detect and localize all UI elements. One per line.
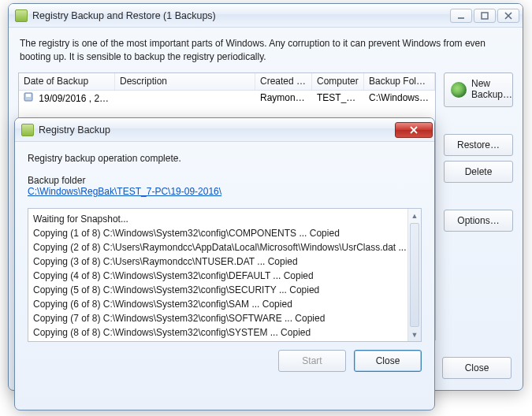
dialog-titlebar[interactable]: Registry Backup — [15, 118, 434, 142]
main-titlebar[interactable]: Registry Backup and Restore (1 Backups) — [9, 4, 523, 28]
minimize-button[interactable] — [450, 9, 472, 23]
dialog-window-controls — [395, 122, 433, 138]
restore-button[interactable]: Restore… — [444, 134, 513, 156]
intro-text: The registry is one of the most importan… — [20, 37, 512, 65]
col-description[interactable]: Description — [115, 73, 255, 90]
disk-icon — [24, 92, 35, 102]
log-line: Waiting for Snapshot... — [33, 212, 403, 226]
cell-description — [115, 91, 255, 106]
window-controls — [450, 9, 519, 23]
cell-computer: TEST_… — [312, 91, 364, 106]
log-line: Copying (8 of 8) C:\Windows\System32\con… — [33, 325, 403, 340]
delete-button[interactable]: Delete — [444, 161, 513, 183]
svg-rect-5 — [26, 94, 31, 97]
app-icon — [15, 9, 28, 22]
options-button[interactable]: Options… — [444, 210, 513, 232]
log-line: Copying (6 of 8) C:\Windows\System32\con… — [33, 297, 403, 311]
svg-rect-1 — [482, 13, 488, 19]
log-box: Waiting for Snapshot... Copying (1 of 8)… — [28, 208, 422, 342]
close-button[interactable] — [497, 9, 519, 23]
backup-folder-label: Backup folder — [28, 175, 422, 186]
log-scrollbar[interactable]: ▲ ▼ — [407, 209, 421, 341]
main-title: Registry Backup and Restore (1 Backups) — [32, 10, 450, 21]
scroll-up-icon[interactable]: ▲ — [408, 209, 421, 222]
scroll-down-icon[interactable]: ▼ — [408, 328, 421, 341]
list-header[interactable]: Date of Backup Description Created By Co… — [19, 73, 435, 91]
maximize-button[interactable] — [474, 9, 496, 23]
start-button: Start — [278, 350, 346, 372]
cell-date: 19/09/2016 , 22:33 — [19, 91, 115, 106]
app-icon — [21, 124, 34, 136]
col-date[interactable]: Date of Backup — [19, 73, 115, 90]
cell-folder: C:\Windows\RegB — [364, 91, 435, 106]
log-line: Copying (5 of 8) C:\Windows\System32\con… — [33, 283, 403, 297]
log-line: Copying (7 of 8) C:\Windows\System32\con… — [33, 311, 403, 325]
dialog-button-row: Start Close — [28, 342, 422, 372]
log-line: Copying (1 of 8) C:\Windows\System32\con… — [33, 226, 403, 240]
log-line: Copying (2 of 8) C:\Users\Raymondcc\AppD… — [33, 240, 403, 254]
scroll-thumb[interactable] — [410, 223, 419, 327]
backup-dialog: Registry Backup Registry backup operatio… — [14, 117, 435, 410]
dialog-close-x-button[interactable] — [395, 122, 433, 138]
dialog-message: Registry backup operation complete. — [28, 153, 422, 164]
new-backup-button[interactable]: New Backup… — [444, 72, 513, 107]
col-computer[interactable]: Computer — [312, 73, 364, 90]
dialog-title: Registry Backup — [39, 124, 395, 136]
dialog-close-button[interactable]: Close — [354, 350, 422, 372]
log-line: Copying (3 of 8) C:\Users\Raymondcc\NTUS… — [33, 254, 403, 269]
cell-created-by: Raymon… — [255, 91, 312, 106]
side-buttons: New Backup… Restore… Delete Options… Clo… — [444, 72, 513, 340]
globe-icon — [451, 82, 467, 98]
backup-folder-link[interactable]: C:\Windows\RegBak\TEST_7-PC\19-09-2016\ — [28, 186, 221, 197]
col-created-by[interactable]: Created By — [255, 73, 312, 90]
log-line: Copying (4 of 8) C:\Windows\System32\con… — [33, 269, 403, 283]
main-close-button[interactable]: Close — [442, 357, 512, 379]
col-backup-folder[interactable]: Backup Folder — [364, 73, 435, 90]
table-row[interactable]: 19/09/2016 , 22:33 Raymon… TEST_… C:\Win… — [19, 91, 435, 106]
log-content: Waiting for Snapshot... Copying (1 of 8)… — [28, 209, 407, 341]
